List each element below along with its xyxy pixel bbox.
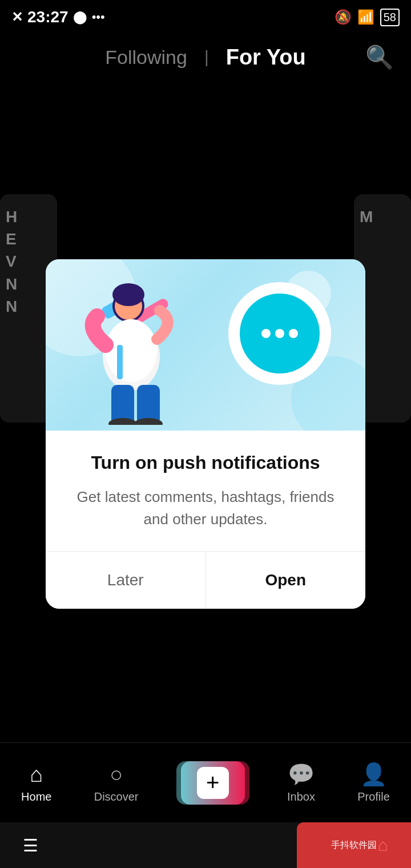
status-bar: ✕ 23:27 ⬤ ••• 🔕 📶 58 [0,0,411,34]
home-icon: ⌂ [30,762,43,787]
status-time: 23:27 [27,8,68,26]
nav-item-inbox[interactable]: 💬 Inbox [287,762,315,803]
chat-bubble-inner [240,294,320,373]
push-notification-modal: Turn on push notifications Get latest co… [46,259,365,609]
svg-point-4 [112,283,144,306]
modal-text-content: Turn on push notifications Get latest co… [46,431,365,531]
tab-following[interactable]: Following [105,46,187,69]
discover-icon: ○ [110,762,123,787]
nav-item-plus[interactable]: + [181,761,245,805]
plus-inner: + [197,767,229,799]
status-left: ✕ 23:27 ⬤ ••• [11,8,105,26]
modal-buttons: Later Open [46,551,365,609]
chat-bubble-outer [228,282,331,385]
x-icon: ✕ [11,9,23,25]
inbox-label: Inbox [287,790,315,803]
profile-icon: 👤 [360,762,387,787]
nav-tabs: Following | For You [105,45,305,70]
svg-point-6 [106,319,157,382]
nav-item-profile[interactable]: 👤 Profile [357,762,390,803]
search-icon: 🔍 [365,45,394,70]
circle-icon: ⬤ [73,10,87,25]
bottom-nav: ⌂ Home ○ Discover + 💬 Inbox 👤 Profile [0,742,411,822]
watermark: 手抖软件园 [297,822,411,868]
chat-dot-1 [261,329,271,338]
svg-rect-7 [117,345,123,379]
person-illustration [68,265,194,425]
home-label: Home [21,790,51,803]
chat-dot-2 [275,329,284,338]
wifi-icon: 📶 [357,9,374,25]
watermark-text: 手抖软件园 [331,839,377,851]
bell-icon: 🔕 [335,9,352,25]
modal-illustration [46,259,365,431]
modal-description: Get latest comments, hashtags, friends a… [68,486,342,531]
plus-button[interactable]: + [181,761,245,805]
modal-overlay: Turn on push notifications Get latest co… [0,80,411,788]
menu-icon: ☰ [23,835,38,855]
dots-icon: ••• [92,10,105,25]
system-bar: ☰ ⌂ 手抖软件园 [0,822,411,868]
chat-dot-3 [289,329,298,338]
inbox-icon: 💬 [288,762,315,787]
modal-title: Turn on push notifications [68,451,342,475]
open-button[interactable]: Open [206,552,366,609]
profile-label: Profile [357,790,390,803]
nav-item-home[interactable]: ⌂ Home [21,762,51,803]
later-button[interactable]: Later [46,552,206,609]
search-button[interactable]: 🔍 [365,44,394,71]
nav-divider: | [204,47,209,67]
main-content: HEVNN M [0,80,411,788]
status-icons: 🔕 📶 58 [335,9,400,26]
discover-label: Discover [94,790,139,803]
top-nav: Following | For You 🔍 [0,34,411,80]
chat-bubble [228,282,331,385]
battery-icon: 58 [380,9,400,26]
nav-item-discover[interactable]: ○ Discover [94,762,139,803]
tab-for-you[interactable]: For You [226,45,306,70]
